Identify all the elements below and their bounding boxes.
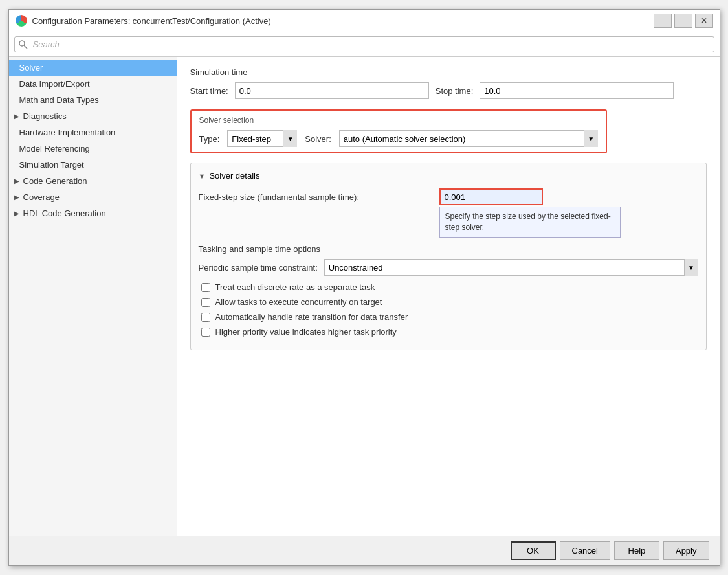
sidebar-item-label: Simulation Target bbox=[19, 160, 84, 170]
sidebar-item-diagnostics[interactable]: ▶ Diagnostics bbox=[9, 108, 177, 124]
sidebar-item-coverage[interactable]: ▶ Coverage bbox=[9, 189, 177, 205]
sidebar-item-simulation-target[interactable]: Simulation Target bbox=[9, 157, 177, 173]
sidebar-item-label: Diagnostics bbox=[23, 111, 67, 121]
periodic-select[interactable]: Unconstrained Ensure sample time indepen… bbox=[324, 259, 698, 276]
sidebar-item-label: HDL Code Generation bbox=[23, 209, 106, 218]
sidebar-item-hardware-impl[interactable]: Hardware Implementation bbox=[9, 124, 177, 141]
checkbox-row-3: Automatically handle rate transition for… bbox=[199, 312, 698, 322]
search-input[interactable] bbox=[14, 36, 714, 52]
solver-selection-row: Type: Fixed-step Variable-step ▼ Solver:… bbox=[199, 130, 598, 147]
checkbox-label-1: Treat each discrete rate as a separate t… bbox=[215, 282, 375, 292]
bottom-bar: OK Cancel Help Apply bbox=[9, 536, 720, 565]
checkbox-label-3: Automatically handle rate transition for… bbox=[215, 312, 408, 322]
title-controls: – □ ✕ bbox=[654, 14, 713, 28]
expand-arrow-icon: ▶ bbox=[14, 177, 19, 185]
maximize-button[interactable]: □ bbox=[674, 14, 692, 28]
expand-arrow-icon: ▶ bbox=[14, 113, 19, 120]
checkbox-row-2: Allow tasks to execute concurrently on t… bbox=[199, 297, 698, 307]
sidebar-item-data-import[interactable]: Data Import/Export bbox=[9, 76, 177, 92]
title-bar: Configuration Parameters: concurrentTest… bbox=[9, 10, 720, 32]
checkbox-discrete-rate[interactable] bbox=[201, 283, 210, 292]
sidebar-item-solver[interactable]: Solver bbox=[9, 60, 177, 76]
sidebar-item-code-generation[interactable]: ▶ Code Generation bbox=[9, 173, 177, 189]
tasking-title: Tasking and sample time options bbox=[199, 244, 698, 254]
checkbox-label-4: Higher priority value indicates higher t… bbox=[215, 327, 397, 337]
simulation-time-row: Start time: Stop time: bbox=[190, 82, 707, 99]
type-select-wrapper: Fixed-step Variable-step ▼ bbox=[227, 130, 297, 147]
solver-selection-box: Solver selection Type: Fixed-step Variab… bbox=[190, 109, 607, 153]
fixed-step-row: Fixed-step size (fundamental sample time… bbox=[199, 188, 698, 205]
app-icon bbox=[16, 15, 27, 27]
fixed-step-label: Fixed-step size (fundamental sample time… bbox=[199, 192, 432, 202]
sidebar: Solver Data Import/Export Math and Data … bbox=[9, 57, 177, 536]
expand-arrow-icon: ▶ bbox=[14, 210, 19, 217]
checkbox-label-2: Allow tasks to execute concurrently on t… bbox=[215, 297, 382, 307]
solver-select[interactable]: auto (Automatic solver selection) ode3 (… bbox=[339, 130, 598, 147]
solver-label: Solver: bbox=[305, 134, 331, 144]
ok-button[interactable]: OK bbox=[511, 541, 556, 560]
sidebar-item-model-referencing[interactable]: Model Referencing bbox=[9, 141, 177, 157]
stop-time-input[interactable] bbox=[480, 82, 674, 99]
checkbox-concurrent-tasks[interactable] bbox=[201, 298, 210, 307]
cancel-button[interactable]: Cancel bbox=[560, 541, 610, 560]
start-time-label: Start time: bbox=[190, 86, 228, 96]
checkbox-row-4: Higher priority value indicates higher t… bbox=[199, 327, 698, 337]
minimize-button[interactable]: – bbox=[654, 14, 672, 28]
sidebar-item-label: Solver bbox=[19, 63, 43, 73]
fixed-step-input-wrapper: Specify the step size used by the select… bbox=[439, 188, 543, 205]
search-bar bbox=[9, 32, 720, 57]
type-select[interactable]: Fixed-step Variable-step bbox=[227, 130, 297, 147]
expand-arrow-icon: ▶ bbox=[14, 194, 19, 201]
periodic-label: Periodic sample time constraint: bbox=[199, 263, 318, 273]
sidebar-item-label: Coverage bbox=[23, 192, 60, 202]
sidebar-item-hdl-code-gen[interactable]: ▶ HDL Code Generation bbox=[9, 205, 177, 221]
checkbox-rate-transition[interactable] bbox=[201, 313, 210, 322]
sidebar-item-math-data-types[interactable]: Math and Data Types bbox=[9, 92, 177, 108]
sidebar-item-label: Math and Data Types bbox=[19, 95, 99, 105]
collapse-arrow-icon[interactable]: ▼ bbox=[199, 172, 206, 180]
start-time-input[interactable] bbox=[235, 82, 429, 99]
sidebar-item-label: Hardware Implementation bbox=[19, 128, 116, 137]
tooltip-box: Specify the step size used by the select… bbox=[439, 207, 621, 238]
checkbox-priority-value[interactable] bbox=[201, 328, 210, 337]
main-window: Configuration Parameters: concurrentTest… bbox=[8, 9, 720, 566]
tasking-section: Tasking and sample time options Periodic… bbox=[199, 244, 698, 337]
close-button[interactable]: ✕ bbox=[695, 14, 713, 28]
fixed-step-input[interactable] bbox=[439, 188, 543, 205]
window-title: Configuration Parameters: concurrentTest… bbox=[32, 16, 271, 26]
solver-details-label: Solver details bbox=[209, 171, 259, 181]
main-panel: Simulation time Start time: Stop time: S… bbox=[177, 57, 720, 536]
solver-select-wrapper: auto (Automatic solver selection) ode3 (… bbox=[339, 130, 598, 147]
title-bar-left: Configuration Parameters: concurrentTest… bbox=[16, 15, 271, 27]
sidebar-item-label: Data Import/Export bbox=[19, 79, 90, 89]
solver-details-section: ▼ Solver details Fixed-step size (fundam… bbox=[190, 163, 707, 350]
solver-selection-label: Solver selection bbox=[199, 116, 598, 125]
type-label: Type: bbox=[199, 134, 220, 144]
apply-button[interactable]: Apply bbox=[663, 541, 709, 560]
periodic-row: Periodic sample time constraint: Unconst… bbox=[199, 259, 698, 276]
sidebar-item-label: Model Referencing bbox=[19, 144, 90, 153]
stop-time-label: Stop time: bbox=[436, 86, 474, 96]
periodic-select-wrapper: Unconstrained Ensure sample time indepen… bbox=[324, 259, 698, 276]
simulation-time-title: Simulation time bbox=[190, 67, 707, 77]
solver-details-header: ▼ Solver details bbox=[199, 171, 698, 181]
sidebar-item-label: Code Generation bbox=[23, 176, 87, 186]
tooltip-text: Specify the step size used by the select… bbox=[445, 212, 611, 232]
content-area: Solver Data Import/Export Math and Data … bbox=[9, 57, 720, 536]
help-button[interactable]: Help bbox=[614, 541, 659, 560]
checkbox-row-1: Treat each discrete rate as a separate t… bbox=[199, 282, 698, 292]
